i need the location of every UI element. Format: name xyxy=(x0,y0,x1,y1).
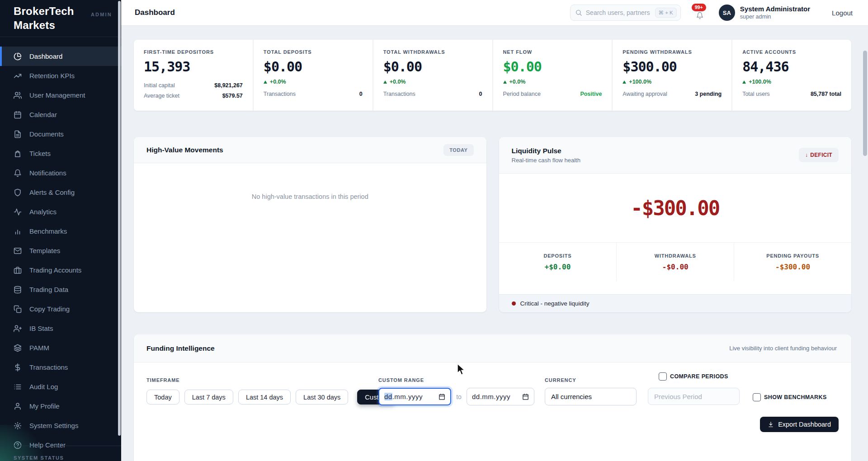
sidebar-item-documents[interactable]: Documents xyxy=(0,124,121,144)
search-icon xyxy=(575,9,582,16)
card-title: Funding Intelligence xyxy=(146,344,215,353)
kpi-card-total-deposits: TOTAL DEPOSITS $0.00 +0.0% Transactions0 xyxy=(254,40,373,111)
sidebar-item-templates[interactable]: Templates xyxy=(0,241,121,260)
sidebar-item-calendar[interactable]: Calendar xyxy=(0,105,121,124)
arrow-down-icon: ↓ xyxy=(805,152,808,158)
sidebar-item-audit-log[interactable]: Audit Log xyxy=(0,377,121,396)
sidebar-item-trading-accounts[interactable]: Trading Accounts xyxy=(0,260,121,280)
card-title: Liquidity Pulse xyxy=(512,147,580,155)
sidebar-item-my-profile[interactable]: My Profile xyxy=(0,396,121,416)
sidebar-item-trading-data[interactable]: Trading Data xyxy=(0,280,121,299)
sidebar-item-transactions[interactable]: Transactions xyxy=(0,358,121,377)
today-badge: TODAY xyxy=(443,144,473,156)
layers-icon xyxy=(14,344,22,352)
kpi-row-key: Average ticket xyxy=(144,93,179,99)
sidebar-item-copy-trading[interactable]: Copy Trading xyxy=(0,299,121,319)
calendar-icon xyxy=(14,111,22,119)
kpi-delta: +0.0% xyxy=(390,79,406,85)
kpi-row-key: Period balance xyxy=(503,91,541,97)
kpi-value: $0.00 xyxy=(383,59,482,75)
show-benchmarks-checkbox-row[interactable]: SHOW BENCHMARKS xyxy=(753,393,827,401)
timeframe-today-button[interactable]: Today xyxy=(146,390,179,405)
kpi-value: 84,436 xyxy=(742,59,841,75)
liquidity-columns: DEPOSITS +$0.00 WITHDRAWALS -$0.00 PENDI… xyxy=(499,242,852,281)
list-icon xyxy=(14,383,22,391)
timeframe-last-14-days-button[interactable]: Last 14 days xyxy=(238,390,291,405)
kpi-label: TOTAL DEPOSITS xyxy=(264,49,363,55)
sidebar-item-user-management[interactable]: User Management xyxy=(0,85,121,105)
kpi-row-value: 0 xyxy=(479,91,482,97)
kpi-row-key: Awaiting approval xyxy=(623,91,667,97)
bell-icon xyxy=(14,169,22,177)
delta-up-icon xyxy=(264,80,267,84)
liquidity-col-label: DEPOSITS xyxy=(543,253,571,259)
currency-label: CURRENCY xyxy=(545,377,576,383)
search-box[interactable]: ⌘ + K xyxy=(570,5,681,21)
sidebar-item-pamm[interactable]: PAMM xyxy=(0,338,121,358)
date-range-separator: to xyxy=(451,393,467,400)
bar-chart-icon xyxy=(14,227,22,235)
sidebar-item-alerts-config[interactable]: Alerts & Config xyxy=(0,183,121,202)
date-to-input[interactable]: dd.mm.yyyy xyxy=(467,388,534,405)
sidebar-item-ib-stats[interactable]: IB Stats xyxy=(0,319,121,338)
currency-select[interactable]: All currencies xyxy=(545,388,637,405)
card-subtitle: Real-time cash flow health xyxy=(512,157,580,164)
previous-period-input[interactable] xyxy=(648,388,740,405)
sidebar-scrollbar[interactable] xyxy=(118,1,121,436)
custom-range-label: CUSTOM RANGE xyxy=(378,377,424,383)
calendar-picker-icon[interactable] xyxy=(522,393,529,400)
sidebar-item-notifications[interactable]: Notifications xyxy=(0,163,121,183)
kpi-row-value: 3 pending xyxy=(695,91,722,97)
kpi-row-key: Total users xyxy=(742,91,769,97)
kpi-row-value: 0 xyxy=(359,91,363,97)
ticket-icon xyxy=(14,150,22,158)
brand-logo: BrokerTech Markets xyxy=(14,4,90,32)
sidebar-item-analytics[interactable]: Analytics xyxy=(0,202,121,221)
user-plus-icon xyxy=(14,325,22,333)
topbar: Dashboard ⌘ + K 99+ SA System Administra… xyxy=(121,0,868,26)
gear-icon xyxy=(14,422,22,430)
user-role: super admin xyxy=(740,14,810,21)
notifications-button[interactable]: 99+ xyxy=(691,4,709,22)
timeframe-last-7-days-button[interactable]: Last 7 days xyxy=(184,390,233,405)
sidebar-item-benchmarks[interactable]: Benchmarks xyxy=(0,221,121,241)
deficit-badge: ↓ DEFICIT xyxy=(799,148,839,162)
show-benchmarks-checkbox[interactable] xyxy=(753,393,761,401)
delta-up-icon xyxy=(742,80,746,84)
export-dashboard-button[interactable]: Export Dashboard xyxy=(760,417,839,432)
kpi-row-value: $8,921,267 xyxy=(214,82,243,89)
copy-icon xyxy=(14,305,22,313)
avatar[interactable]: SA xyxy=(719,5,735,21)
timeframe-label: TIMEFRAME xyxy=(146,377,179,383)
logout-button[interactable]: Logout xyxy=(832,9,853,17)
timeframe-last-30-days-button[interactable]: Last 30 days xyxy=(296,390,348,405)
compare-periods-checkbox-row[interactable]: COMPARE PERIODS xyxy=(659,372,728,381)
kpi-row-key: Transactions xyxy=(383,91,415,97)
sidebar-nav: Dashboard Retention KPIs User Management… xyxy=(0,37,121,455)
kpi-value: 15,393 xyxy=(144,59,243,75)
card-subtitle: Live visibility into client funding beha… xyxy=(729,345,837,352)
kpi-label: PENDING WITHDRAWALS xyxy=(623,49,722,55)
sidebar-item-tickets[interactable]: Tickets xyxy=(0,144,121,163)
liquidity-col-label: PENDING PAYOUTS xyxy=(766,253,819,259)
sidebar-item-system-settings[interactable]: System Settings xyxy=(0,416,121,435)
search-input[interactable] xyxy=(586,9,651,16)
kpi-row-value: 85,787 total xyxy=(811,91,841,97)
bell-icon xyxy=(696,12,703,21)
mail-icon xyxy=(14,247,22,255)
calendar-picker-icon[interactable] xyxy=(439,393,445,400)
kpi-delta: +100.0% xyxy=(749,79,771,85)
sidebar-item-retention-kpis[interactable]: Retention KPIs xyxy=(0,66,121,85)
date-from-input[interactable]: dd.mm.yyyy xyxy=(378,388,451,405)
delta-up-icon xyxy=(623,80,626,84)
liquidity-pulse-card: Liquidity Pulse Real-time cash flow heal… xyxy=(499,137,852,312)
briefcase-icon xyxy=(14,266,22,274)
compare-periods-checkbox[interactable] xyxy=(659,372,667,381)
compare-periods-label: COMPARE PERIODS xyxy=(670,373,728,380)
liquidity-main-value: -$300.00 xyxy=(499,174,852,242)
document-icon xyxy=(14,130,22,138)
user-name: System Administrator xyxy=(740,5,810,14)
date-selected-segment: dd xyxy=(384,393,392,400)
sidebar-item-dashboard[interactable]: Dashboard xyxy=(0,47,121,66)
page-scrollbar[interactable] xyxy=(863,51,867,156)
